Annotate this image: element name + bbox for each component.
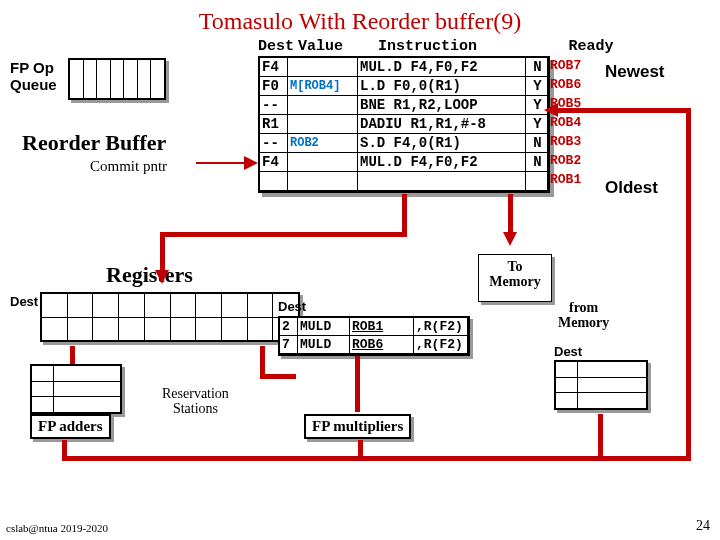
commit-arrow [196, 162, 256, 164]
wire [402, 194, 407, 236]
reorder-buffer-table: F4MUL.D F4,F0,F2N F0M[ROB4]L.D F0,0(R1)Y… [258, 56, 550, 193]
table-row: R1DADIU R1,R1,#-8Y [260, 115, 548, 134]
rob-headers: Dest Value Instruction Ready [258, 38, 616, 55]
wire [160, 232, 165, 272]
arrowhead-icon [155, 270, 169, 284]
wire [62, 456, 691, 461]
table-row: --ROB2S.D F4,0(R1)N [260, 134, 548, 153]
registers-table [40, 292, 300, 342]
rob-id-column: ROB7 ROB6 ROB5 ROB4 ROB3 ROB2 ROB1 [550, 56, 581, 189]
wire [686, 110, 691, 460]
fp-multipliers-box: FP multipliers [304, 414, 411, 439]
newest-label: Newest [605, 62, 665, 82]
oldest-label: Oldest [605, 178, 658, 198]
dest-label-left: Dest [10, 294, 38, 309]
commit-pointer-label: Commit pntr [90, 158, 167, 175]
page-number: 24 [696, 518, 710, 534]
reservation-station-table: 2MULDROB1,R(F2) 7MULDROB6,R(F2) [278, 316, 470, 356]
wire [260, 374, 296, 379]
registers-label: Registers [106, 262, 193, 288]
from-memory-label: fromMemory [558, 300, 609, 331]
table-row: --BNE R1,R2,LOOPY [260, 96, 548, 115]
reorder-buffer-label: Reorder Buffer [22, 130, 166, 156]
rs-dest-label: Dest [278, 299, 306, 314]
table-row: F0M[ROB4]L.D F0,0(R1)Y [260, 77, 548, 96]
wire [70, 346, 75, 364]
adder-rs-table [30, 364, 122, 414]
dest-label-right: Dest [554, 344, 582, 359]
table-row: F4MUL.D F4,F0,F2N [260, 153, 548, 172]
table-row: F4MUL.D F4,F0,F2N [260, 58, 548, 77]
fp-adders-box: FP adders [30, 414, 111, 439]
wire [355, 356, 360, 412]
load-buffer-table [554, 360, 648, 410]
arrowhead-icon [503, 232, 517, 246]
reservation-stations-label: ReservationStations [162, 386, 229, 417]
table-row: 2MULDROB1,R(F2) [280, 318, 468, 336]
wire [508, 194, 513, 234]
wire [358, 440, 363, 460]
arrowhead-icon [544, 103, 558, 117]
table-row: 7MULDROB6,R(F2) [280, 336, 468, 354]
wire [598, 414, 603, 460]
wire [556, 108, 691, 113]
wire [62, 440, 67, 460]
footer-left: cslab@ntua 2019-2020 [6, 522, 108, 534]
table-row [260, 172, 548, 191]
fp-op-queue [68, 58, 166, 100]
page-title: Tomasulo With Reorder buffer(9) [0, 0, 720, 35]
to-memory-box: ToMemory [478, 254, 552, 302]
fp-op-queue-label: FP OpQueue [10, 60, 57, 93]
wire [160, 232, 407, 237]
